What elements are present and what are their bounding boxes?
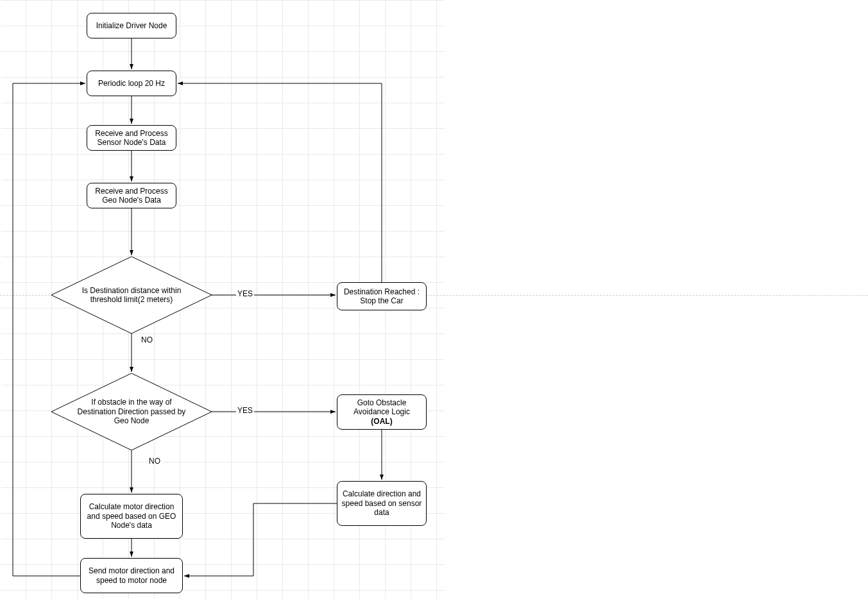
node-text: Periodic loop 20 Hz <box>98 79 165 88</box>
node-text: Initialize Driver Node <box>96 21 167 30</box>
node-text: Calculate direction and speed based on s… <box>341 489 422 517</box>
decision-obstacle-in-way: If obstacle in the way of Destination Di… <box>51 373 212 450</box>
node-text: Receive and Process Sensor Node's Data <box>91 129 172 148</box>
node-oal: Goto Obstacle Avoidance Logic (OAL) <box>337 394 427 430</box>
decision-text: Is Destination distance within threshold… <box>73 286 190 305</box>
node-initialize-driver: Initialize Driver Node <box>87 13 176 38</box>
node-receive-geo: Receive and Process Geo Node's Data <box>87 183 176 208</box>
node-text: Receive and Process Geo Node's Data <box>91 187 172 205</box>
node-destination-reached: Destination Reached : Stop the Car <box>337 282 427 310</box>
node-periodic-loop: Periodic loop 20 Hz <box>87 71 176 96</box>
decision-destination-threshold: Is Destination distance within threshold… <box>51 257 212 333</box>
node-text-bold: (OAL) <box>371 417 392 426</box>
edge-label-no: NO <box>140 336 154 344</box>
edge-label-yes: YES <box>236 290 254 298</box>
node-receive-sensor: Receive and Process Sensor Node's Data <box>87 125 176 151</box>
flowchart-canvas: Initialize Driver Node Periodic loop 20 … <box>0 0 868 599</box>
edge-label-no: NO <box>148 457 162 465</box>
node-text: Send motor direction and speed to motor … <box>85 566 178 585</box>
node-text: Goto Obstacle Avoidance Logic <box>341 398 422 417</box>
node-text: Destination Reached : Stop the Car <box>341 287 422 306</box>
node-text: Calculate motor direction and speed base… <box>85 502 178 530</box>
node-calc-sensor: Calculate direction and speed based on s… <box>337 481 427 526</box>
node-calc-geo: Calculate motor direction and speed base… <box>80 494 183 539</box>
node-send-motor: Send motor direction and speed to motor … <box>80 558 183 593</box>
edge-label-yes: YES <box>236 407 254 414</box>
decision-text: If obstacle in the way of Destination Di… <box>73 398 190 425</box>
